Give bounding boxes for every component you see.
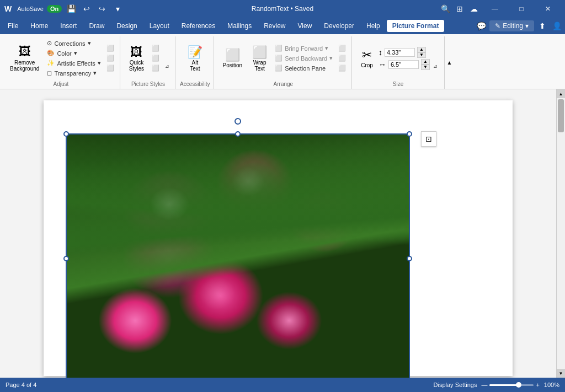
menu-picture-format[interactable]: Picture Format	[387, 20, 445, 32]
menu-mailings[interactable]: Mailings	[222, 20, 257, 32]
cloud-icon[interactable]: ☁	[468, 3, 480, 15]
width-icon: ↔	[379, 60, 386, 69]
remove-background-label: RemoveBackground	[10, 60, 39, 72]
ribbon-group-size: ✂ Crop ↕ ▲ ▼ ↔	[353, 36, 443, 89]
bring-forward-dropdown: ▾	[325, 45, 328, 52]
width-decrement[interactable]: ▼	[421, 65, 430, 70]
picture-styles-expand[interactable]: ⊿	[163, 62, 172, 70]
picture-effects-button[interactable]: ⬜	[150, 53, 162, 63]
menu-insert[interactable]: Insert	[55, 20, 82, 32]
close-button[interactable]: ✕	[535, 0, 561, 18]
share-icon[interactable]: ⬆	[536, 20, 548, 32]
picture-border-button[interactable]: ⬜	[150, 44, 162, 53]
picture-layout-button[interactable]: ⬜	[150, 63, 162, 73]
handle-top-center[interactable]	[235, 131, 241, 137]
zoom-level-label[interactable]: 100%	[544, 382, 559, 388]
remove-background-icon: 🖼	[19, 45, 31, 59]
width-increment[interactable]: ▲	[421, 59, 430, 65]
customize-icon[interactable]: ▾	[111, 3, 124, 15]
zoom-thumb[interactable]	[516, 382, 521, 388]
handle-middle-left[interactable]	[63, 256, 69, 261]
alt-text-button[interactable]: 📝 AltText	[183, 43, 207, 74]
menu-developer[interactable]: Developer	[318, 20, 360, 32]
send-backward-icon: ⬜	[275, 55, 282, 62]
menu-design[interactable]: Design	[111, 20, 142, 32]
menu-home[interactable]: Home	[25, 20, 54, 32]
menu-draw[interactable]: Draw	[83, 20, 110, 32]
menu-references[interactable]: References	[176, 20, 221, 32]
wrap-text-button[interactable]: ⬜ WrapText	[248, 43, 271, 74]
document-body: ⊡	[0, 89, 556, 378]
bring-forward-button[interactable]: ⬜ Bring Forward ▾	[273, 44, 335, 53]
editing-button[interactable]: ✎ Editing ▾	[489, 20, 534, 31]
adjust-label: Adjust	[54, 80, 69, 89]
ribbon-toggle-icon[interactable]: ⊞	[454, 3, 466, 15]
zoom-track[interactable]	[489, 384, 534, 386]
selection-pane-button[interactable]: ⬜ Selection Pane	[273, 63, 335, 73]
menu-file[interactable]: File	[2, 20, 24, 32]
accessibility-content: 📝 AltText	[183, 36, 207, 80]
menu-review[interactable]: Review	[258, 20, 291, 32]
compress-button[interactable]: ⬜	[104, 44, 116, 53]
scroll-down-arrow[interactable]: ▼	[557, 369, 565, 378]
quick-styles-button[interactable]: 🖼 QuickStyles	[125, 43, 148, 74]
scroll-track[interactable]	[557, 98, 565, 369]
editing-dropdown-icon: ▾	[525, 22, 529, 30]
minimize-button[interactable]: —	[482, 0, 508, 18]
crop-button[interactable]: ✂ Crop	[356, 46, 377, 71]
handle-middle-right[interactable]	[407, 256, 412, 261]
border-icon: ⬜	[152, 45, 159, 52]
handle-top-left[interactable]	[63, 131, 69, 137]
group-button[interactable]: ⬜	[336, 53, 348, 63]
page-indicator: Page 4 of 4	[6, 382, 36, 388]
remove-background-button[interactable]: 🖼 RemoveBackground	[6, 42, 44, 73]
transparency-button[interactable]: ◻ Transparency ▾	[45, 68, 103, 78]
height-input[interactable]	[385, 48, 415, 57]
change-picture-button[interactable]: ⬜	[104, 53, 116, 63]
right-scrollbar: ▲ ▼	[556, 89, 565, 378]
scroll-thumb[interactable]	[558, 99, 564, 132]
layout-options-button[interactable]: ⊡	[421, 131, 436, 147]
height-decrement[interactable]: ▼	[417, 52, 426, 58]
handle-top-right[interactable]	[407, 131, 412, 137]
selected-image-container[interactable]: ⊡	[66, 133, 410, 378]
color-button[interactable]: 🎨 Color ▾	[45, 49, 103, 58]
status-bar: Page 4 of 4 Display Settings — + 100%	[0, 378, 565, 392]
reset-button[interactable]: ⬜	[104, 63, 116, 73]
alt-text-icon: 📝	[188, 45, 202, 60]
autosave-toggle[interactable]: On	[47, 5, 62, 13]
redo-icon[interactable]: ↪	[96, 3, 108, 15]
rotate-button[interactable]: ⬜	[336, 63, 348, 73]
undo-icon[interactable]: ↩	[81, 3, 93, 15]
send-backward-button[interactable]: ⬜ Send Backward ▾	[273, 53, 335, 63]
transparency-icon: ◻	[47, 69, 52, 77]
corrections-button[interactable]: ⊙ Corrections ▾	[45, 39, 103, 48]
search-icon[interactable]: 🔍	[439, 3, 451, 15]
width-row: ↔ ▲ ▼	[379, 59, 430, 70]
save-icon[interactable]: 💾	[65, 3, 77, 15]
menu-help[interactable]: Help	[361, 20, 386, 32]
size-expand[interactable]: ⊿	[431, 62, 440, 70]
document-page: ⊡	[44, 100, 513, 376]
scroll-up-arrow[interactable]: ▲	[557, 89, 565, 98]
ribbon-scroll[interactable]: ▲	[444, 36, 454, 89]
position-button[interactable]: ⬜ Position	[218, 46, 247, 71]
profile-icon[interactable]: 👤	[551, 20, 563, 32]
artistic-effects-button[interactable]: ✨ Artistic Effects ▾	[45, 58, 103, 68]
comments-icon[interactable]: 💬	[475, 20, 487, 32]
corrections-icon: ⊙	[47, 40, 52, 47]
width-input[interactable]	[388, 60, 419, 69]
maximize-button[interactable]: □	[509, 0, 534, 18]
height-increment[interactable]: ▲	[417, 47, 426, 52]
align-button[interactable]: ⬜	[336, 44, 348, 53]
zoom-plus-button[interactable]: +	[536, 382, 539, 388]
ribbon: 🖼 RemoveBackground ⊙ Corrections ▾ 🎨 Col…	[0, 34, 565, 89]
menu-layout[interactable]: Layout	[144, 20, 175, 32]
zoom-minus-button[interactable]: —	[481, 382, 487, 388]
rotate-handle[interactable]	[234, 118, 241, 125]
menu-view[interactable]: View	[292, 20, 318, 32]
display-settings-label[interactable]: Display Settings	[434, 382, 477, 388]
layout-icon: ⬜	[152, 65, 159, 72]
ribbon-group-adjust: 🖼 RemoveBackground ⊙ Corrections ▾ 🎨 Col…	[2, 36, 120, 89]
menu-bar-right: 💬 ✎ Editing ▾ ⬆ 👤	[475, 20, 563, 32]
